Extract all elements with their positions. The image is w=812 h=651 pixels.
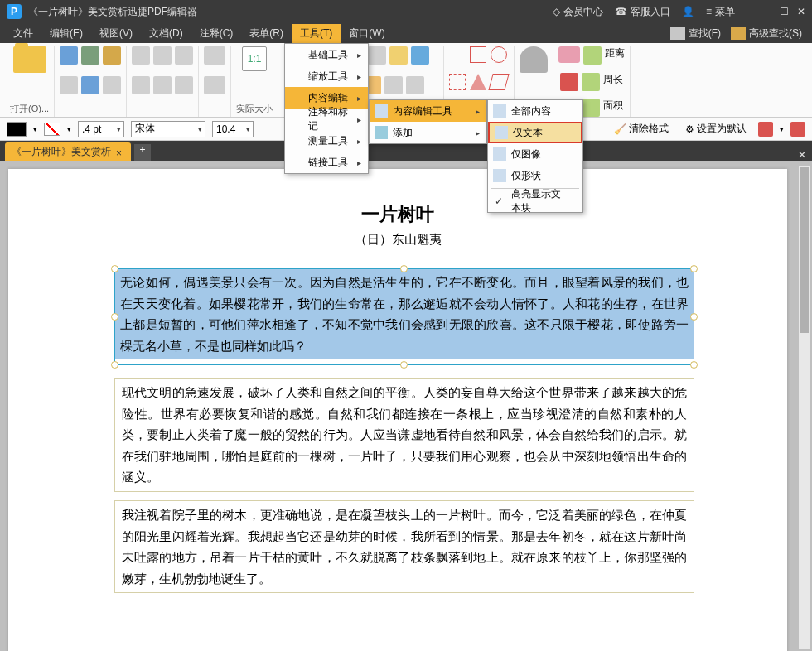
highlight-icon[interactable]: [389, 46, 408, 65]
redo-icon[interactable]: [153, 46, 172, 65]
ribbon-file-group: [55, 46, 127, 117]
menu-comment[interactable]: 注释(C): [191, 24, 242, 43]
printer-icon[interactable]: [60, 76, 78, 94]
line-weight-value: .4 pt: [82, 123, 101, 135]
add-icon: [375, 126, 388, 139]
main-menu-button[interactable]: ≡ 菜单: [706, 5, 735, 19]
underline-icon[interactable]: [406, 76, 424, 94]
stroke-color-swatch[interactable]: [7, 122, 27, 137]
new-tab-button[interactable]: +: [134, 144, 151, 161]
save-icon[interactable]: [60, 46, 78, 65]
resize-handle-tl[interactable]: [111, 265, 118, 272]
tools-annotate[interactable]: 注释和标记▸: [285, 108, 368, 130]
menu-view[interactable]: 视图(V): [91, 24, 141, 43]
tools-menu: 基础工具▸ 缩放工具▸ 内容编辑▸ 注释和标记▸ 测量工具▸ 链接工具▸: [284, 43, 369, 174]
tools-link[interactable]: 链接工具▸: [285, 152, 368, 173]
content-all[interactable]: 全部内容: [488, 100, 582, 122]
user-icon[interactable]: 👤: [682, 6, 694, 17]
find-button[interactable]: 查找(F): [665, 27, 726, 41]
actual-size-icon[interactable]: 1:1: [242, 46, 267, 71]
snapshot-icon[interactable]: [204, 76, 225, 94]
content-image-only[interactable]: 仅图像: [488, 143, 582, 165]
clear-format-button[interactable]: 🧹清除格式: [609, 120, 674, 137]
vertical-scrollbar[interactable]: [799, 166, 810, 649]
scrollbar-thumb[interactable]: [800, 167, 809, 333]
content-text-only-label: 仅文本: [513, 126, 543, 140]
shape-tool-icon[interactable]: [790, 122, 805, 137]
shape-para[interactable]: [488, 74, 509, 90]
resize-handle-br[interactable]: [690, 361, 698, 369]
open-label[interactable]: 打开(O)...: [10, 103, 49, 115]
eraser-icon[interactable]: [558, 46, 580, 63]
app-logo: P: [7, 4, 22, 19]
maximize-button[interactable]: ☐: [780, 6, 789, 17]
shape-circle[interactable]: [491, 46, 507, 63]
strike-icon[interactable]: [384, 76, 403, 94]
search-icon[interactable]: [103, 76, 121, 94]
menu-edit[interactable]: 编辑(E): [41, 24, 91, 43]
textbox-icon[interactable]: [368, 46, 386, 65]
minimize-button[interactable]: —: [761, 6, 771, 17]
tab-close-icon[interactable]: ×: [116, 147, 124, 156]
menu-form[interactable]: 表单(R): [241, 24, 292, 43]
font-size-select[interactable]: 10.4: [212, 121, 254, 137]
resize-handle-rc[interactable]: [690, 313, 698, 321]
menu-document[interactable]: 文档(D): [141, 24, 191, 43]
menu-file[interactable]: 文件: [5, 24, 41, 43]
tools-basic[interactable]: 基础工具▸: [285, 44, 368, 65]
content-highlight-blocks[interactable]: ✓高亮显示文本块: [488, 190, 582, 212]
cursor-icon[interactable]: [132, 76, 150, 94]
undo-icon[interactable]: [132, 46, 150, 65]
line-weight-select[interactable]: .4 pt: [78, 121, 124, 137]
content-edit-tool[interactable]: ✓内容编辑工具▸: [370, 100, 486, 122]
resize-handle-lc[interactable]: [111, 313, 118, 321]
content-edit-add[interactable]: 添加▸: [370, 122, 486, 143]
shape-poly[interactable]: [470, 74, 486, 90]
resize-handle-tc[interactable]: [400, 265, 408, 272]
clean-icon[interactable]: [560, 73, 578, 91]
paragraph-frame-3[interactable]: 我注视着院子里的树木，更准确地说，是在凝望枝头上的一片树叶。而今，它泛着美丽的绿…: [114, 500, 694, 593]
hand-icon[interactable]: [153, 76, 172, 94]
menu-window[interactable]: 窗口(W): [341, 24, 393, 43]
selected-paragraph[interactable]: 无论如何，偶遇美景只会有一次。因为自然是活生生的，它在不断变化。而且，眼望着风景…: [115, 269, 694, 359]
char-icon[interactable]: [411, 46, 429, 65]
paragraph-frame-2[interactable]: 现代文明的急速发展，破坏了人类和自然之间的平衡。人类的妄自尊大给这个世界带来了越…: [114, 378, 694, 492]
selected-text-frame[interactable]: 无论如何，偶遇美景只会有一次。因为自然是活生生的，它在不断变化。而且，眼望着风景…: [114, 268, 694, 365]
stamp-icon[interactable]: [520, 46, 548, 73]
tools-measure[interactable]: 测量工具▸: [285, 130, 368, 152]
tools-zoom[interactable]: 缩放工具▸: [285, 65, 368, 87]
shape-line[interactable]: [449, 55, 466, 71]
pen-tool-icon[interactable]: [758, 122, 773, 137]
shape-arrow[interactable]: [449, 74, 466, 90]
measure-peri-icon[interactable]: [582, 73, 600, 91]
select-icon[interactable]: [175, 76, 193, 94]
print-icon[interactable]: [81, 46, 99, 65]
document-tab-label: 《一片树叶》美文赏析: [12, 145, 111, 159]
mail-icon[interactable]: [103, 46, 121, 65]
tabstrip-close-icon[interactable]: ✕: [792, 149, 812, 161]
measure-dist-icon[interactable]: [583, 46, 602, 65]
camera-icon[interactable]: [204, 46, 225, 65]
document-tab[interactable]: 《一片树叶》美文赏析 ×: [5, 142, 131, 161]
workspace: 一片树叶 （日）东山魁夷 无论如何，偶遇美景只会有一次。因为自然是活生生的，它在…: [0, 161, 812, 651]
open-icon[interactable]: [13, 46, 46, 73]
close-button[interactable]: ✕: [797, 6, 805, 17]
measure-area-icon[interactable]: [582, 99, 600, 117]
content-shape-only[interactable]: 仅形状: [488, 165, 582, 186]
adv-find-button[interactable]: 高级查找(S): [726, 27, 807, 41]
fill-color-swatch[interactable]: [44, 123, 60, 136]
resize-handle-bc[interactable]: [400, 361, 408, 369]
menu-tools[interactable]: 工具(T): [292, 24, 341, 43]
support-link[interactable]: ☎ 客服入口: [615, 5, 670, 19]
scan-icon[interactable]: [81, 76, 99, 94]
resize-handle-tr[interactable]: [690, 265, 698, 272]
shape-rect[interactable]: [470, 46, 486, 63]
history-icon[interactable]: [175, 46, 193, 65]
resize-handle-bl[interactable]: [111, 361, 118, 369]
set-default-button[interactable]: ⚙设置为默认: [680, 120, 752, 137]
member-center-link[interactable]: ◇ 会员中心: [553, 5, 603, 19]
actual-size-label[interactable]: 实际大小: [236, 103, 273, 115]
font-select[interactable]: 宋体: [131, 121, 205, 137]
content-text-only[interactable]: ✓仅文本: [488, 122, 582, 143]
find-icon: [670, 27, 685, 40]
